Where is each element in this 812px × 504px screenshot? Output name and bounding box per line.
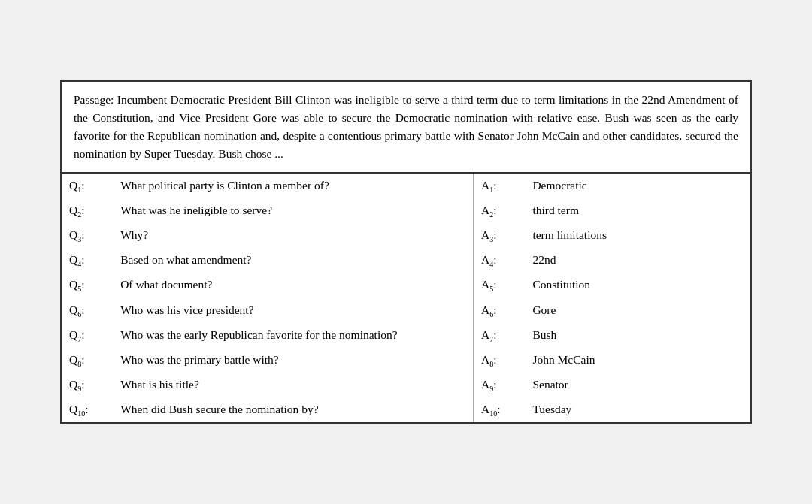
a-text: Senator (525, 373, 750, 397)
a-num: A10: (473, 397, 525, 422)
a-num: A5: (473, 273, 525, 297)
a-text: 22nd (525, 248, 750, 273)
a-num: A2: (473, 198, 525, 223)
a-text: Gore (525, 298, 750, 323)
q-num: Q5: (62, 273, 113, 297)
a-text: term limitations (525, 223, 750, 248)
q-num: Q2: (62, 198, 113, 223)
q-text: Based on what amendment? (113, 248, 473, 273)
q-text: Who was the early Republican favorite fo… (113, 323, 473, 348)
q-text: When did Bush secure the nomination by? (113, 397, 473, 422)
main-table: Passage: Incumbent Democratic President … (60, 80, 752, 424)
q-text: Who was his vice president? (113, 298, 473, 323)
table-row: Q8: Who was the primary battle with? A8:… (62, 348, 750, 373)
table-row: Q3: Why? A3: term limitations (62, 223, 750, 248)
table-row: Q2: What was he ineligible to serve? A2:… (62, 198, 750, 223)
q-num: Q10: (62, 397, 113, 422)
a-text: third term (525, 198, 750, 223)
passage-text: Passage: Incumbent Democratic President … (62, 82, 750, 174)
q-text: Why? (113, 223, 473, 248)
q-text: What political party is Clinton a member… (113, 174, 473, 198)
q-num: Q1: (62, 174, 113, 198)
a-text: Constitution (525, 273, 750, 297)
table-row: Q9: What is his title? A9: Senator (62, 373, 750, 397)
q-text: Of what document? (113, 273, 473, 297)
table-row: Q7: Who was the early Republican favorit… (62, 323, 750, 348)
a-num: A4: (473, 248, 525, 273)
table-row: Q5: Of what document? A5: Constitution (62, 273, 750, 297)
a-text: Bush (525, 323, 750, 348)
q-num: Q9: (62, 373, 113, 397)
q-text: Who was the primary battle with? (113, 348, 473, 373)
a-num: A9: (473, 373, 525, 397)
a-text: John McCain (525, 348, 750, 373)
a-num: A1: (473, 174, 525, 198)
table-row: Q6: Who was his vice president? A6: Gore (62, 298, 750, 323)
a-num: A3: (473, 223, 525, 248)
a-num: A8: (473, 348, 525, 373)
table-row: Q4: Based on what amendment? A4: 22nd (62, 248, 750, 273)
a-num: A7: (473, 323, 525, 348)
q-num: Q3: (62, 223, 113, 248)
q-text: What was he ineligible to serve? (113, 198, 473, 223)
qa-table: Q1: What political party is Clinton a me… (62, 174, 750, 422)
a-text: Tuesday (525, 397, 750, 422)
q-num: Q7: (62, 323, 113, 348)
q-text: What is his title? (113, 373, 473, 397)
q-num: Q4: (62, 248, 113, 273)
q-num: Q6: (62, 298, 113, 323)
q-num: Q8: (62, 348, 113, 373)
a-text: Democratic (525, 174, 750, 198)
table-row: Q1: What political party is Clinton a me… (62, 174, 750, 198)
table-row: Q10: When did Bush secure the nomination… (62, 397, 750, 422)
a-num: A6: (473, 298, 525, 323)
